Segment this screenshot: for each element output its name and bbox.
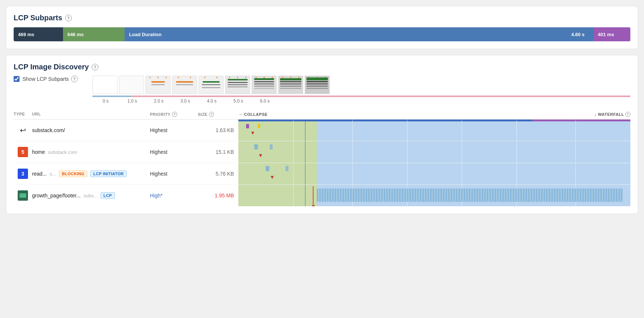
lcp-image-discovery-help-icon[interactable]: ? bbox=[92, 64, 98, 70]
size-3: 5.76 KB bbox=[198, 171, 238, 177]
resource-table: TYPE URL PRIORITY ? SIZE ? → COLLAPSE ↓ … bbox=[14, 110, 630, 206]
table-row: ↩ substack.com/ Highest 1.63 KB bbox=[14, 120, 630, 141]
filmstrip-frame-1 bbox=[119, 76, 144, 94]
filmstrip-frame-6 bbox=[252, 76, 277, 94]
url-css: read... s... BLOCKING LCP INITIATOR bbox=[32, 170, 150, 177]
bar-seg-4-label: 4.60 s bbox=[571, 32, 589, 37]
lcp-subparts-title-text: LCP Subparts bbox=[14, 14, 62, 22]
waterfall-2: ▼ bbox=[238, 141, 630, 163]
filmstrip bbox=[92, 76, 630, 94]
priority-highest-2: Highest bbox=[150, 149, 198, 155]
table-row: 3 read... s... BLOCKING LCP INITIATOR Hi… bbox=[14, 163, 630, 185]
size-help-icon[interactable]: ? bbox=[209, 112, 214, 117]
waterfall-4: ▼ bbox=[238, 185, 630, 206]
lcp-image-discovery-card: LCP Image Discovery ? Show LCP Subparts … bbox=[6, 55, 638, 214]
priority-highest-1: Highest bbox=[150, 127, 198, 133]
bar-seg-3: Load Duration 4.60 s bbox=[125, 27, 593, 41]
badge-blocking: BLOCKING bbox=[59, 170, 87, 177]
filmstrip-frame-4 bbox=[199, 76, 224, 94]
timeline-5s: 5.0 s bbox=[225, 98, 252, 104]
type-icon-html: 5 bbox=[14, 147, 32, 157]
timeline-marker-blue bbox=[92, 96, 630, 97]
timeline-labels: 0 s 1.0 s 2.0 s 3.0 s 4.0 s 5.0 s 6.0 s bbox=[92, 98, 630, 104]
bar-seg-1: 469 ms bbox=[14, 27, 63, 41]
filmstrip-frame-8 bbox=[305, 76, 330, 94]
waterfall-help-icon[interactable]: ? bbox=[625, 112, 630, 117]
bar-seg-2: 646 ms bbox=[63, 27, 125, 41]
lcp-subparts-title: LCP Subparts ? bbox=[14, 14, 630, 22]
show-lcp-subparts-row: Show LCP Subparts ? bbox=[14, 76, 78, 82]
timeline-4s: 4.0 s bbox=[199, 98, 225, 104]
th-url: URL bbox=[32, 112, 150, 117]
badge-lcp: LCP bbox=[101, 192, 115, 199]
url-home: home substack.com bbox=[32, 149, 150, 155]
lcp-image-discovery-header: LCP Image Discovery ? bbox=[14, 63, 630, 71]
timeline-1s: 1.0 s bbox=[119, 98, 146, 104]
th-collapse[interactable]: → COLLAPSE ↓ WATERFALL ? bbox=[238, 112, 630, 117]
size-2: 15.1 KB bbox=[198, 149, 238, 155]
filmstrip-frame-0 bbox=[92, 76, 118, 94]
lcp-subparts-help-icon[interactable]: ? bbox=[65, 15, 72, 21]
th-priority: PRIORITY ? bbox=[150, 112, 198, 117]
filmstrip-frame-2 bbox=[146, 76, 171, 94]
priority-high-star: High* bbox=[150, 193, 198, 198]
priority-highest-3: Highest bbox=[150, 171, 198, 177]
table-row: 5 home substack.com Highest 15.1 KB bbox=[14, 141, 630, 163]
th-type: TYPE bbox=[14, 112, 32, 117]
filmstrip-frame-7 bbox=[278, 76, 303, 94]
lcp-subparts-bar: 469 ms 646 ms Load Duration 4.60 s 401 m… bbox=[14, 27, 630, 41]
table-row: growth_page/footer... subs... LCP High* … bbox=[14, 185, 630, 206]
url-substack: substack.com/ bbox=[32, 127, 150, 133]
th-waterfall-group: ↓ WATERFALL ? bbox=[595, 112, 630, 117]
timeline-2s: 2.0 s bbox=[146, 98, 172, 104]
priority-help-icon[interactable]: ? bbox=[172, 112, 177, 117]
size-4: 1.95 MB bbox=[198, 193, 238, 198]
show-lcp-subparts-checkbox[interactable] bbox=[14, 76, 20, 82]
type-icon-redirect: ↩ bbox=[14, 125, 32, 135]
type-icon-img bbox=[14, 190, 32, 201]
filmstrip-frame-5 bbox=[225, 76, 250, 94]
lcp-image-discovery-title: LCP Image Discovery ? bbox=[14, 63, 98, 71]
waterfall-1: ▼ bbox=[238, 120, 630, 141]
table-header: TYPE URL PRIORITY ? SIZE ? → COLLAPSE ↓ … bbox=[14, 110, 630, 120]
timeline-0s: 0 s bbox=[92, 98, 119, 104]
badge-lcp-initiator: LCP INITIATOR bbox=[90, 170, 127, 177]
filmstrip-frame-3 bbox=[172, 76, 197, 94]
size-1: 1.63 KB bbox=[198, 127, 238, 133]
th-size: SIZE ? bbox=[198, 112, 238, 117]
bar-seg-5: 401 ms bbox=[594, 27, 630, 41]
type-icon-css: 3 bbox=[14, 169, 32, 179]
waterfall-3: ▼ bbox=[238, 163, 630, 184]
timeline-3s: 3.0 s bbox=[172, 98, 199, 104]
show-lcp-subparts-label: Show LCP Subparts ? bbox=[22, 76, 78, 82]
timeline-6s: 6.0 s bbox=[252, 98, 278, 104]
url-img: growth_page/footer... subs... LCP bbox=[32, 192, 150, 199]
show-lcp-subparts-help-icon[interactable]: ? bbox=[71, 76, 78, 82]
lcp-subparts-card: LCP Subparts ? 469 ms 646 ms Load Durati… bbox=[6, 6, 638, 49]
